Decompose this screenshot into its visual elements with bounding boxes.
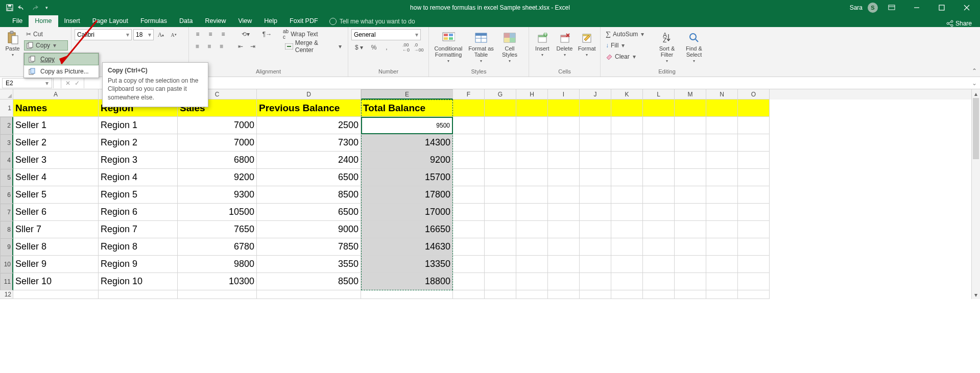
cell[interactable] [485,169,516,186]
cell[interactable]: Seller 3 [13,152,99,169]
cell[interactable] [706,152,738,169]
cell[interactable] [548,273,580,290]
tab-review[interactable]: Review [199,15,232,27]
cell[interactable]: Total Balance [361,100,453,117]
scroll-down-icon[interactable]: ▾ [972,290,980,299]
cell[interactable] [516,186,548,204]
decrease-indent-icon[interactable]: ⇤ [235,41,246,52]
close-button[interactable] [955,0,978,15]
collapse-ribbon-icon[interactable]: ⌃ [972,67,977,74]
cell[interactable] [675,152,706,169]
cell[interactable] [675,186,706,204]
cell[interactable] [99,290,178,299]
user-avatar[interactable]: S [868,3,878,13]
cell[interactable] [706,204,738,221]
expand-formula-bar-icon[interactable]: ⌄ [969,80,980,87]
cell[interactable]: Region 2 [99,134,178,152]
cell[interactable] [643,290,675,299]
cell[interactable]: 9500 [361,117,453,134]
cell[interactable]: Region 9 [99,256,178,273]
cell[interactable] [516,256,548,273]
scrollbar-thumb[interactable] [973,98,979,159]
cell[interactable]: Seller 5 [13,186,99,204]
cell[interactable] [453,186,485,204]
cell[interactable] [643,186,675,204]
cell[interactable] [611,117,643,134]
cell[interactable] [611,169,643,186]
share-button[interactable]: Share [946,20,977,27]
cell[interactable]: 14300 [361,134,453,152]
cell[interactable] [178,290,257,299]
cell[interactable]: 14630 [361,238,453,256]
cell[interactable]: Seller 10 [13,273,99,290]
col-header-K[interactable]: K [611,89,643,100]
cell[interactable] [485,273,516,290]
cell[interactable]: Region 8 [99,238,178,256]
increase-indent-icon[interactable]: ⇥ [247,41,258,52]
col-header-F[interactable]: F [453,89,485,100]
cell[interactable] [675,169,706,186]
cell[interactable] [453,152,485,169]
cell[interactable]: 9200 [178,169,257,186]
cell[interactable] [485,256,516,273]
col-header-G[interactable]: G [485,89,516,100]
cell[interactable] [485,204,516,221]
cell[interactable] [675,100,706,117]
cell[interactable] [516,238,548,256]
cell[interactable] [485,100,516,117]
cell[interactable] [548,117,580,134]
cell[interactable]: 13350 [361,256,453,273]
tab-home[interactable]: Home [29,15,58,27]
wrap-text-button[interactable]: abcWrap Text [281,29,337,39]
cell[interactable] [643,256,675,273]
cell[interactable] [485,134,516,152]
comma-icon[interactable]: , [381,42,392,53]
cell[interactable] [738,290,770,299]
qat-customize-icon[interactable]: ▾ [41,2,52,13]
save-icon[interactable] [4,2,15,13]
cell[interactable] [548,290,580,299]
cell[interactable]: Seller 1 [13,117,99,134]
cell[interactable]: 2500 [257,117,361,134]
cell[interactable] [675,290,706,299]
cell[interactable]: 17000 [361,204,453,221]
align-bottom-icon[interactable]: ≡ [218,29,229,39]
cell[interactable] [706,186,738,204]
cell[interactable] [485,117,516,134]
cell[interactable] [738,117,770,134]
merge-center-button[interactable]: Merge & Center▾ [283,41,345,52]
cell[interactable] [453,256,485,273]
col-header-O[interactable]: O [738,89,770,100]
cell[interactable] [580,169,611,186]
cell[interactable] [643,221,675,238]
decrease-decimal-icon[interactable]: .0→00 [413,42,424,53]
cell[interactable] [453,273,485,290]
cell[interactable]: 2400 [257,152,361,169]
row-header[interactable]: 4 [0,152,13,169]
accounting-format-icon[interactable]: $ ▾ [351,42,367,53]
cell[interactable]: 18800 [361,273,453,290]
redo-icon[interactable] [29,2,40,13]
format-cells-button[interactable]: Format▾ [577,29,597,67]
cell[interactable] [706,117,738,134]
cell[interactable] [643,204,675,221]
col-header-D[interactable]: D [257,89,361,100]
cell[interactable] [580,273,611,290]
ribbon-display-icon[interactable] [880,0,903,15]
cell[interactable]: 3550 [257,256,361,273]
cell[interactable]: Seller 9 [13,256,99,273]
cell[interactable]: Region 10 [99,273,178,290]
cell[interactable]: 6500 [257,204,361,221]
find-select-button[interactable]: Find & Select▾ [681,29,707,67]
col-header-H[interactable]: H [516,89,548,100]
cell[interactable] [738,238,770,256]
col-header-J[interactable]: J [580,89,611,100]
cell[interactable] [580,204,611,221]
cell[interactable] [580,238,611,256]
cell[interactable]: Region 4 [99,169,178,186]
cell[interactable] [675,134,706,152]
cell[interactable] [580,221,611,238]
cell[interactable] [706,169,738,186]
cell[interactable] [675,238,706,256]
row-header[interactable]: 2 [0,117,13,134]
